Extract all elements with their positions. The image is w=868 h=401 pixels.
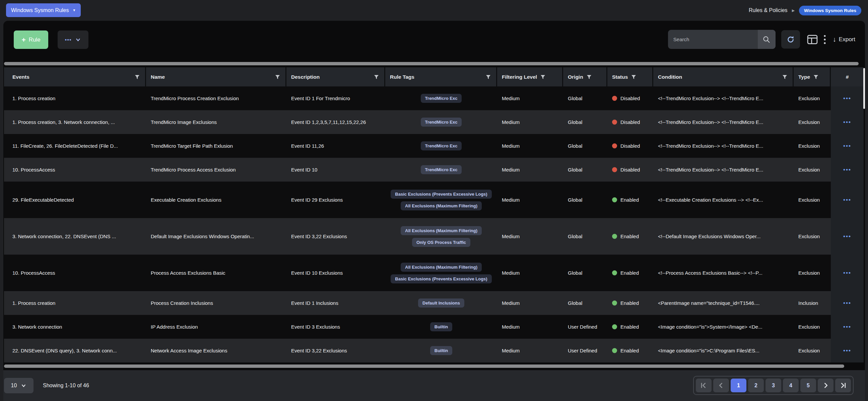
cell-description: Event ID 3,22 Exclusions bbox=[286, 218, 385, 255]
table-row[interactable]: 1. Process creationTrendMicro Process Cr… bbox=[4, 86, 864, 110]
row-actions-button[interactable]: ••• bbox=[843, 300, 851, 307]
vertical-scrollbar-thumb[interactable] bbox=[863, 68, 865, 109]
cell-type: Exclusion bbox=[794, 86, 831, 110]
table-row[interactable]: 29. FileExecutableDetectedExecutable Cre… bbox=[4, 182, 864, 218]
cell-events: 11. FileCreate, 26. FileDeleteDetected (… bbox=[4, 134, 146, 158]
cell-description: Event ID 3 Exclusions bbox=[286, 315, 385, 339]
status-dot-icon bbox=[612, 270, 617, 275]
previous-page-button[interactable] bbox=[713, 378, 729, 392]
caret-down-icon: ▼ bbox=[73, 8, 76, 12]
table-row[interactable]: 10. ProcessAccessTrendMicro Process Acce… bbox=[4, 158, 864, 182]
download-icon: ↓ bbox=[833, 35, 836, 43]
next-page-button[interactable] bbox=[818, 378, 834, 392]
rules-card: + Rule ••• bbox=[3, 21, 865, 401]
row-actions-button[interactable]: ••• bbox=[843, 270, 851, 276]
toolbar-right: ↓ Export bbox=[668, 30, 855, 49]
page-button-2[interactable]: 2 bbox=[748, 378, 764, 392]
search-icon bbox=[763, 35, 771, 43]
rules-collection-dropdown[interactable]: Windows Sysmon Rules ▼ bbox=[6, 3, 81, 17]
scrollbar-thumb[interactable] bbox=[4, 365, 844, 368]
search-button[interactable] bbox=[758, 30, 776, 49]
cell-description: Event ID 1 Inclusions bbox=[286, 291, 385, 315]
page-button-4[interactable]: 4 bbox=[783, 378, 799, 392]
column-header-condition[interactable]: Condition bbox=[653, 67, 794, 86]
row-actions-button[interactable]: ••• bbox=[843, 197, 851, 203]
status-dot-icon bbox=[612, 348, 617, 353]
page-button-3[interactable]: 3 bbox=[766, 378, 781, 392]
chevron-down-icon bbox=[75, 37, 81, 43]
column-label: # bbox=[846, 74, 849, 80]
column-header-hash[interactable]: # bbox=[831, 67, 864, 86]
column-settings-button[interactable] bbox=[807, 34, 818, 45]
row-actions-button[interactable]: ••• bbox=[843, 323, 851, 330]
cell-origin: User Defined bbox=[563, 315, 608, 339]
rule-tag-pill: TrendMicro Exc bbox=[421, 142, 462, 150]
row-actions-button[interactable]: ••• bbox=[843, 95, 851, 102]
row-actions-button[interactable]: ••• bbox=[843, 166, 851, 173]
breadcrumb-parent-link[interactable]: Rules & Policies bbox=[749, 7, 787, 13]
page-size-dropdown[interactable]: 10 bbox=[4, 378, 33, 393]
page-button-5[interactable]: 5 bbox=[800, 378, 816, 392]
filter-icon[interactable] bbox=[486, 75, 491, 80]
filter-icon[interactable] bbox=[587, 75, 592, 80]
status-label: Enabled bbox=[620, 300, 639, 306]
column-header-origin[interactable]: Origin bbox=[563, 67, 608, 86]
table-row[interactable]: 1. Process creation, 3. Network connecti… bbox=[4, 110, 864, 134]
status-label: Enabled bbox=[620, 270, 639, 276]
last-page-button[interactable] bbox=[835, 378, 851, 392]
table-row[interactable]: 1. Process creationProcess Creation Incl… bbox=[4, 291, 864, 315]
export-button[interactable]: ↓ Export bbox=[833, 35, 855, 43]
filter-icon[interactable] bbox=[540, 75, 546, 80]
column-header-rule-tags[interactable]: Rule Tags bbox=[385, 67, 497, 86]
bulk-actions-dropdown[interactable]: ••• bbox=[58, 30, 88, 49]
table-row[interactable]: 3. Network connectionIP Address Exclusio… bbox=[4, 315, 864, 339]
rule-tag-pill: All Exclusions (Maximum Filtering) bbox=[401, 263, 482, 272]
column-label: Origin bbox=[568, 74, 583, 80]
filter-icon[interactable] bbox=[374, 75, 379, 80]
filter-icon[interactable] bbox=[813, 75, 818, 80]
status-dot-icon bbox=[612, 143, 617, 148]
column-header-filtering-level[interactable]: Filtering Level bbox=[497, 67, 563, 86]
search-input[interactable] bbox=[668, 30, 758, 49]
rules-collection-label: Windows Sysmon Rules bbox=[11, 7, 69, 13]
next-page-button-icon bbox=[823, 382, 829, 389]
plus-icon: + bbox=[22, 36, 26, 43]
scrollbar-thumb[interactable] bbox=[4, 62, 859, 65]
table-row[interactable]: 22. DNSEvent (DNS query), 3. Network con… bbox=[4, 339, 864, 363]
filter-icon[interactable] bbox=[782, 75, 787, 80]
status-label: Enabled bbox=[620, 234, 639, 239]
horizontal-scrollbar-bottom[interactable] bbox=[3, 364, 865, 368]
first-page-button[interactable] bbox=[696, 378, 712, 392]
row-actions-button[interactable]: ••• bbox=[843, 143, 851, 149]
row-actions-button[interactable]: ••• bbox=[843, 347, 851, 354]
filter-icon[interactable] bbox=[275, 75, 280, 80]
first-page-button-icon bbox=[701, 382, 707, 389]
cell-actions: ••• bbox=[831, 339, 864, 363]
table-row[interactable]: 10. ProcessAccessProcess Access Exclusio… bbox=[4, 255, 864, 291]
filter-icon[interactable] bbox=[631, 75, 636, 80]
table-menu-button[interactable] bbox=[823, 34, 827, 45]
add-rule-button[interactable]: + Rule bbox=[14, 30, 48, 49]
column-header-description[interactable]: Description bbox=[286, 67, 385, 86]
refresh-button[interactable] bbox=[781, 30, 800, 49]
table-row[interactable]: 11. FileCreate, 26. FileDeleteDetected (… bbox=[4, 134, 864, 158]
page-button-1[interactable]: 1 bbox=[731, 378, 746, 392]
column-header-events[interactable]: Events bbox=[4, 67, 146, 86]
rule-tag-pill: TrendMicro Exc bbox=[421, 94, 462, 103]
column-label: Description bbox=[291, 74, 319, 80]
cell-description: Event ID 10 Exclusions bbox=[286, 255, 385, 291]
table-row[interactable]: 3. Network connection, 22. DNSEvent (DNS… bbox=[4, 218, 864, 255]
row-actions-button[interactable]: ••• bbox=[843, 119, 851, 126]
cell-condition: <!--Default Image Exclusions Windows Ope… bbox=[653, 218, 794, 255]
cell-type: Exclusion bbox=[794, 110, 831, 134]
row-actions-button[interactable]: ••• bbox=[843, 233, 851, 240]
horizontal-scrollbar-top[interactable] bbox=[3, 62, 865, 66]
column-header-type[interactable]: Type bbox=[794, 67, 831, 86]
column-header-status[interactable]: Status bbox=[608, 67, 653, 86]
breadcrumb: Rules & Policies ▶ Windows Sysmon Rules bbox=[749, 4, 861, 17]
cell-origin: User Defined bbox=[563, 339, 608, 363]
column-header-name[interactable]: Name bbox=[146, 67, 286, 86]
cell-filtering-level: Medium bbox=[497, 255, 563, 291]
cell-condition: <!--TrendMicro Exclusion--> <!--TrendMic… bbox=[653, 158, 794, 182]
filter-icon[interactable] bbox=[135, 75, 140, 80]
